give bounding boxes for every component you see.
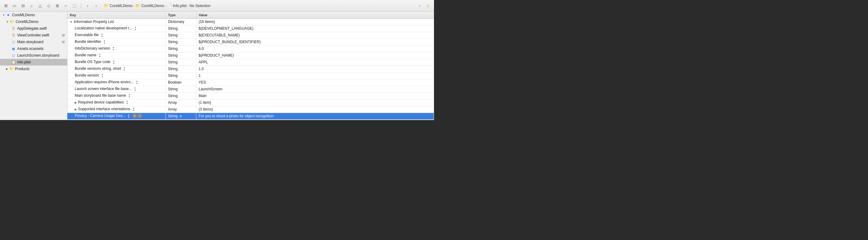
sidebar-item-products[interactable]: ▶ 📁 Products (0, 66, 67, 72)
sidebar-item-launch-storyboard[interactable]: ◻ LaunchScreen.storyboard (0, 52, 67, 59)
row-value-label: 6.0 (199, 46, 204, 51)
add-remove-buttons: +− (133, 113, 142, 118)
key-stepper[interactable]: ▲▼ (113, 46, 115, 51)
sidebar-item-info-plist[interactable]: 📋 Info.plist (0, 59, 67, 66)
row-type-label: String (168, 87, 178, 91)
sidebar-label-launch-storyboard: LaunchScreen.storyboard (17, 53, 65, 58)
key-stepper[interactable]: ▲▼ (128, 93, 130, 98)
row-value-label: LaunchScreen (199, 87, 222, 91)
key-stepper[interactable]: ▲▼ (99, 53, 101, 58)
row-value-label: (3 items) (199, 107, 213, 111)
table-row[interactable]: Privacy - Camera Usage Des... ▲▼ +−Strin… (67, 113, 434, 119)
breadcrumb-item-1[interactable]: 📁 CoreMLDemo (104, 3, 133, 8)
folder-icon-1: 📁 (104, 3, 109, 8)
key-stepper[interactable]: ▲▼ (134, 87, 136, 92)
table-row[interactable]: Bundle name ▲▼String$(PRODUCT_NAME) (67, 52, 434, 59)
table-row[interactable]: ▼Information Property ListDictionary(16 … (67, 19, 434, 25)
nav-forward-button[interactable]: › (93, 2, 99, 9)
breadcrumb-item-2[interactable]: 📁 CoreMLDemo (135, 3, 164, 8)
table-row[interactable]: Bundle versions string, short ▲▼String1.… (67, 66, 434, 72)
row-triangle[interactable]: ▶ (75, 101, 77, 104)
sidebar-label-assets: Assets.xcassets (17, 46, 65, 51)
folder-icon-group: 📁 (9, 19, 14, 24)
add-row-button[interactable]: + (133, 113, 137, 118)
row-type-label: Array (168, 100, 177, 105)
table-row[interactable]: Application requires iPhone enviro... ▲▼… (67, 79, 434, 86)
sidebar-item-coreml-root[interactable]: ▼ ■ CoreMLDemo (0, 12, 67, 19)
type-stepper[interactable]: ⇅ (180, 114, 182, 118)
swift-icon-1: S (11, 26, 16, 31)
row-key-label: Information Property List (74, 20, 114, 24)
chevron-left-icon[interactable]: ‹ (416, 2, 423, 9)
plist-icon: 📄 (167, 3, 172, 8)
key-stepper[interactable]: ▲▼ (136, 80, 138, 85)
key-stepper[interactable]: ▲▼ (103, 39, 105, 44)
sidebar-item-coreml-group[interactable]: ▼ 📁 CoreMLDemo (0, 19, 67, 25)
breadcrumb-label-3: Info.plist (173, 4, 187, 8)
sidebar-label-info-plist: Info.plist (17, 60, 65, 64)
key-stepper[interactable]: ▲▼ (123, 66, 126, 71)
row-value-label: For you to shoot a photo for object reco… (199, 114, 274, 118)
row-key-label: Bundle versions string, short (75, 66, 121, 71)
alert-icon[interactable]: ⚠ (425, 2, 432, 9)
row-value-label: 1 (199, 73, 201, 78)
grid-icon[interactable]: ⊟ (20, 2, 26, 9)
key-stepper[interactable]: ▲▼ (134, 26, 136, 31)
sidebar-item-viewcontroller[interactable]: S ViewController.swift M (0, 32, 67, 39)
breadcrumb-label-1: CoreMLDemo (110, 4, 133, 8)
warning-icon[interactable]: △ (37, 2, 43, 9)
expand-triangle-root: ▼ (2, 14, 5, 16)
table-row[interactable]: Localization native development r... ▲▼S… (67, 25, 434, 32)
sidebar: ▼ ■ CoreMLDemo ▼ 📁 CoreMLDemo S AppDeleg… (0, 12, 67, 120)
table-row[interactable]: ▶Supported interface orientations ▲▼Arra… (67, 106, 434, 113)
key-stepper[interactable]: ▲▼ (132, 107, 134, 112)
plist-editor: Key Type Value ▼Information Property Lis… (67, 12, 434, 120)
breadcrumb-item-3[interactable]: 📄 Info.plist (167, 3, 187, 8)
nav-back-button[interactable]: ‹ (84, 2, 91, 9)
search-icon[interactable]: ⌕ (28, 2, 35, 9)
square-icon[interactable]: ⊞ (2, 2, 9, 9)
table-row[interactable]: InfoDictionary version ▲▼String6.0 (67, 45, 434, 52)
sidebar-item-assets[interactable]: ◼ Assets.xcassets (0, 45, 67, 52)
table-row[interactable]: Privacy - Photo Library Usage Des... ▲▼S… (67, 119, 434, 120)
table-icon[interactable]: ⊞ (54, 2, 61, 9)
chat-icon[interactable]: ⬚ (71, 2, 78, 9)
row-value-label: YES (199, 80, 206, 84)
table-row[interactable]: Launch screen interface file base... ▲▼S… (67, 86, 434, 93)
key-stepper[interactable]: ▲▼ (101, 33, 103, 38)
table-row[interactable]: Bundle OS Type code ▲▼StringAPPL (67, 59, 434, 66)
row-triangle[interactable]: ▶ (75, 108, 77, 111)
main-content: ▼ ■ CoreMLDemo ▼ 📁 CoreMLDemo S AppDeleg… (0, 12, 434, 120)
storyboard-icon-2: ◻ (11, 53, 16, 58)
sidebar-item-main-storyboard[interactable]: ◻ Main.storyboard M (0, 39, 67, 45)
swift-icon-2: S (11, 33, 16, 38)
remove-row-button[interactable]: − (137, 113, 142, 118)
diamond-icon[interactable]: ◇ (45, 2, 52, 9)
row-triangle[interactable]: ▼ (70, 21, 72, 24)
breadcrumb-sep-1: › (133, 4, 135, 8)
key-stepper[interactable]: ▲▼ (101, 73, 103, 78)
breadcrumb-sep-2: › (165, 4, 166, 8)
table-row[interactable]: Bundle version ▲▼String1 (67, 72, 434, 79)
table-row[interactable]: Main storyboard file base name ▲▼StringM… (67, 93, 434, 99)
rect-icon[interactable]: ▭ (11, 2, 18, 9)
key-stepper[interactable]: ▲▼ (113, 60, 115, 65)
key-stepper[interactable]: ▲▼ (126, 100, 128, 105)
sidebar-label-coreml-root: CoreMLDemo (12, 13, 65, 17)
project-icon: ■ (6, 12, 11, 18)
table-row[interactable]: Bundle identifier ▲▼String$(PRODUCT_BUND… (67, 39, 434, 45)
app-window: ⊞ ▭ ⊟ ⌕ △ ◇ ⊞ ⌐ ⬚ ‹ › 📁 CoreMLDemo › 📁 C… (0, 0, 434, 120)
table-row[interactable]: ▶Required device capabilities ▲▼Array(1 … (67, 99, 434, 106)
key-stepper[interactable]: ▲▼ (128, 113, 130, 118)
row-value-label: (16 items) (199, 20, 215, 24)
row-value-label: 1.0 (199, 67, 204, 71)
sidebar-item-appdelegate[interactable]: S AppDelegate.swift (0, 25, 67, 32)
row-value-label: APPL (199, 60, 208, 64)
row-value-label: Main (199, 94, 207, 98)
table-row[interactable]: Executable file ▲▼String$(EXECUTABLE_NAM… (67, 32, 434, 39)
separator-1 (81, 3, 81, 8)
breadcrumb-sep-3: › (187, 4, 189, 8)
link-icon[interactable]: ⌐ (62, 2, 69, 9)
row-type-label: String (168, 114, 178, 118)
column-value: Value (196, 12, 434, 19)
